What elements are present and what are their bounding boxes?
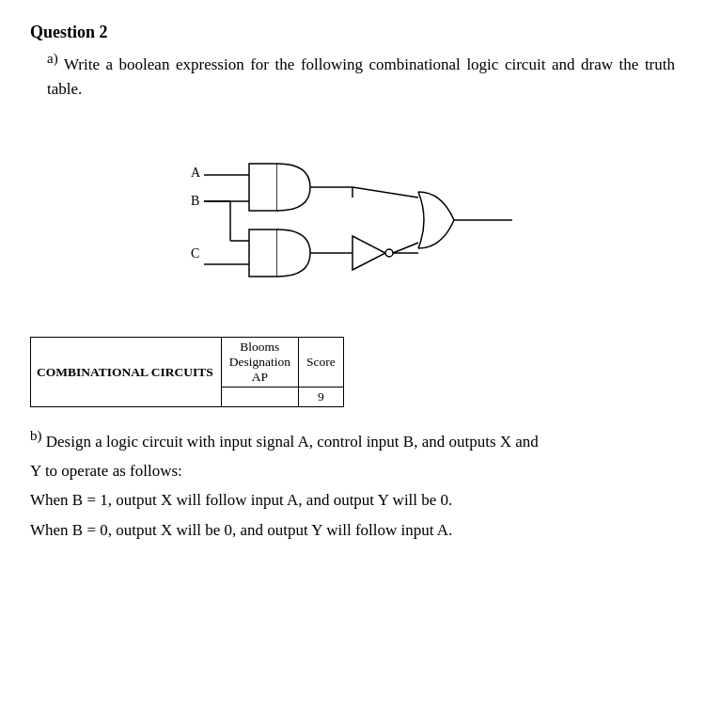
part-b-line4: When B = 0, output X will be 0, and outp… <box>30 517 675 543</box>
table-blooms-header: BloomsDesignationAP <box>221 338 298 388</box>
part-b-line3: When B = 1, output X will follow input A… <box>30 487 675 513</box>
input-c-label: C <box>191 246 199 261</box>
part-b-label: b) <box>30 428 42 443</box>
input-b-label: B <box>191 194 199 208</box>
part-a-text: Write a boolean expression for the follo… <box>47 55 675 98</box>
table-subject-cell: COMBINATIONAL CIRCUITS <box>31 338 222 407</box>
part-b-text1: Design a logic circuit with input signal… <box>46 433 539 451</box>
svg-rect-0 <box>249 164 277 211</box>
part-a-label: a) <box>47 51 58 66</box>
circuit-diagram: A B C <box>30 119 675 316</box>
table-designation-value <box>221 388 298 407</box>
question-title: Question 2 <box>30 23 675 42</box>
svg-rect-4 <box>249 229 277 277</box>
part-b-line2: Y to operate as follows: <box>30 458 675 483</box>
svg-marker-10 <box>352 236 385 270</box>
table-score-value: 9 <box>298 388 343 407</box>
table-score-header: Score <box>298 338 343 388</box>
input-a-label: A <box>191 166 201 180</box>
svg-line-14 <box>393 243 418 253</box>
svg-line-13 <box>352 187 418 198</box>
part-b-line1: b) Design a logic circuit with input sig… <box>30 424 675 454</box>
bloom-table: COMBINATIONAL CIRCUITS BloomsDesignation… <box>30 337 344 407</box>
circuit-svg: A B C <box>155 119 550 316</box>
part-a-section: a) Write a boolean expression for the fo… <box>47 48 675 102</box>
svg-point-11 <box>385 249 393 257</box>
part-b-section: b) Design a logic circuit with input sig… <box>30 424 675 542</box>
